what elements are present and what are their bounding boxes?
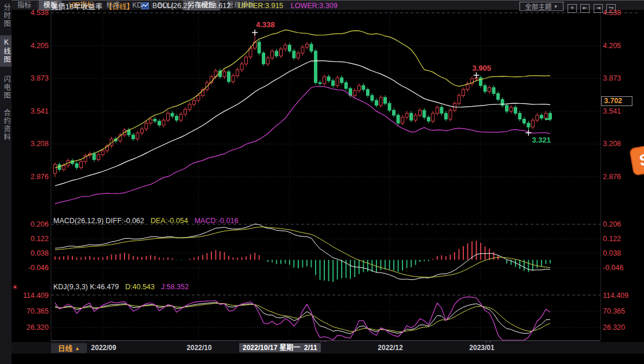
sidebar-item-lightning[interactable]: 闪电图 bbox=[0, 75, 12, 100]
macd-value: MACD:-0.016 bbox=[195, 217, 239, 225]
kdj-d-value: D:40.543 bbox=[125, 283, 155, 291]
instrument-title: 美债10年收益率 bbox=[51, 1, 103, 12]
y-axis-label: 2.876 bbox=[16, 173, 49, 181]
macd-pane bbox=[51, 224, 601, 282]
macd-header: MACD(26,12,9) DIFF:-0.062 DEA:-0.054 MAC… bbox=[53, 217, 238, 225]
month-label: 2022/10 bbox=[181, 344, 218, 352]
kdj-axis-label: 70.365 bbox=[16, 307, 49, 315]
kdj-j-value: J:58.352 bbox=[161, 283, 189, 291]
kline-app-window: 4.3383.9053.321 分时图 K线图 闪电图 合约资料 美债10年收益… bbox=[0, 0, 644, 364]
period-tag: 【日线】 bbox=[105, 1, 134, 12]
kdj-params-k: KDJ(9,3,3) K:46.479 bbox=[53, 283, 119, 291]
macd-axis-label: 0.122 bbox=[16, 235, 49, 243]
indicator-settings-icon[interactable]: ☀ bbox=[12, 283, 19, 292]
y-axis-label: 3.541 bbox=[16, 107, 49, 115]
y-axis-label: 4.205 bbox=[16, 42, 49, 50]
month-label: 2022/09 bbox=[85, 344, 122, 352]
sidebar-item-contract-info[interactable]: 合约资料 bbox=[0, 109, 12, 141]
sidebar-item-kline[interactable]: K线图 bbox=[0, 35, 12, 67]
sidebar-item-timeshare[interactable]: 分时图 bbox=[0, 3, 12, 28]
kdj-axis-label: 26.320 bbox=[603, 323, 640, 332]
kdj-axis-label: 26.320 bbox=[16, 323, 49, 332]
svg-text:3.321: 3.321 bbox=[532, 136, 551, 144]
y-axis-label: 4.205 bbox=[603, 42, 640, 50]
triangle-up-icon: ▲ bbox=[75, 345, 80, 351]
boll-lower-value: LOWER:3.309 bbox=[291, 2, 338, 10]
svg-text:3.905: 3.905 bbox=[473, 64, 492, 72]
chart-header: 美债10年收益率 【日线】 BOLL(26,2) MID:3.612 UPPER… bbox=[51, 1, 338, 10]
y-axis-label: 3.873 bbox=[603, 74, 640, 82]
chart-canvas: 4.3383.9053.321 bbox=[0, 0, 644, 364]
current-price-box: 3.702 bbox=[601, 96, 632, 106]
month-label: 2023/01 bbox=[463, 344, 500, 352]
shift-left-icon[interactable]: ⇤ bbox=[580, 4, 590, 13]
kdj-axis-label: 114.409 bbox=[16, 292, 49, 300]
theme-select-button[interactable]: 全部主题 ▼ bbox=[519, 2, 564, 11]
kdj-axis-label: 70.365 bbox=[603, 307, 640, 315]
crosshair-date-box: 2022/10/17 星期一 bbox=[239, 343, 303, 352]
macd-axis-label: 0.038 bbox=[603, 249, 640, 257]
y-axis-label: 4.538 bbox=[603, 9, 640, 17]
macd-axis-label: 0.038 bbox=[16, 249, 49, 257]
period-label: 日线 bbox=[58, 343, 72, 354]
kdj-header: KDJ(9,3,3) K:46.479 D:40.543 J:58.352 bbox=[53, 283, 189, 291]
macd-axis-label: -0.046 bbox=[16, 264, 49, 272]
macd-params-diff: MACD(26,12,9) DIFF:-0.062 bbox=[53, 217, 144, 225]
crosshair-extra-box: 2/11 bbox=[301, 343, 321, 352]
boll-upper-value: UPPER:3.915 bbox=[238, 2, 283, 10]
kdj-pane bbox=[51, 295, 601, 340]
y-axis-label: 3.873 bbox=[16, 74, 49, 82]
move-icon[interactable]: + bbox=[568, 4, 577, 13]
period-dropdown[interactable]: 日线 ▲ bbox=[51, 343, 87, 353]
left-sidebar: 分时图 K线图 闪电图 合约资料 bbox=[0, 0, 12, 364]
theme-select-label: 全部主题 bbox=[525, 2, 552, 11]
watermark-letter: S bbox=[638, 150, 644, 170]
svg-text:4.338: 4.338 bbox=[256, 20, 275, 29]
boll-params-label: BOLL(26,2) bbox=[152, 2, 190, 10]
y-axis-label: 3.208 bbox=[16, 140, 49, 148]
y-axis-label: 3.541 bbox=[603, 107, 640, 115]
month-label: 2022/12 bbox=[372, 344, 409, 352]
y-axis-label: 3.208 bbox=[603, 140, 640, 148]
boll-mid-value: MID:3.612 bbox=[197, 2, 231, 10]
chevron-down-icon: ▼ bbox=[554, 4, 558, 9]
macd-axis-label: -0.046 bbox=[603, 264, 640, 272]
boll-icon bbox=[141, 2, 149, 9]
macd-axis-label: 0.122 bbox=[603, 235, 640, 243]
macd-axis-label: 0.206 bbox=[603, 220, 640, 228]
kdj-axis-label: 114.409 bbox=[603, 292, 640, 300]
macd-dea-value: DEA:-0.054 bbox=[151, 217, 188, 225]
shift-right-icon[interactable]: ⇥ bbox=[594, 4, 603, 13]
macd-axis-label: 0.206 bbox=[16, 220, 49, 228]
y-axis-label: 4.538 bbox=[16, 9, 49, 17]
